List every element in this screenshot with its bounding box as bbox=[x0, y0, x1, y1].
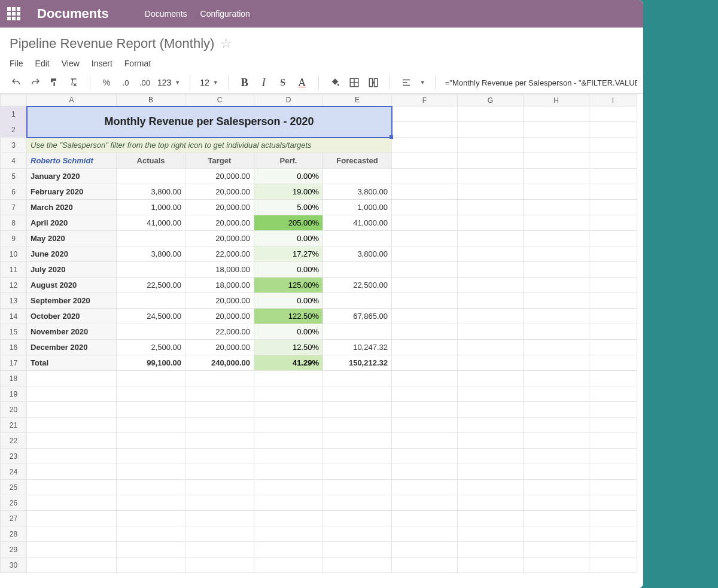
cell[interactable] bbox=[392, 231, 458, 246]
actuals-cell[interactable]: 3,800.00 bbox=[117, 246, 185, 262]
cell[interactable] bbox=[117, 418, 185, 433]
cell[interactable] bbox=[458, 480, 524, 495]
cell[interactable] bbox=[458, 106, 524, 122]
forecast-cell[interactable] bbox=[323, 293, 392, 309]
forecast-cell[interactable]: 3,800.00 bbox=[323, 246, 392, 262]
cell[interactable] bbox=[524, 464, 589, 480]
cell[interactable] bbox=[323, 449, 392, 464]
cell[interactable] bbox=[117, 557, 185, 573]
cell[interactable] bbox=[392, 153, 458, 169]
cell[interactable] bbox=[524, 526, 589, 542]
row-header-12[interactable]: 12 bbox=[1, 278, 27, 293]
cell[interactable] bbox=[185, 449, 254, 464]
salesperson-cell[interactable]: Roberto Schmidt bbox=[27, 153, 117, 169]
cell[interactable] bbox=[254, 480, 323, 495]
cell[interactable] bbox=[589, 293, 637, 309]
cell[interactable] bbox=[117, 511, 185, 526]
cell[interactable] bbox=[589, 215, 637, 231]
menu-view[interactable]: View bbox=[62, 59, 80, 68]
target-cell[interactable]: 20,000.00 bbox=[185, 169, 254, 184]
cell[interactable] bbox=[589, 169, 637, 184]
cell[interactable] bbox=[27, 557, 117, 573]
total-target-cell[interactable]: 240,000.00 bbox=[185, 355, 254, 371]
actuals-cell[interactable]: 2,500.00 bbox=[117, 340, 185, 355]
actuals-cell[interactable]: 41,000.00 bbox=[117, 215, 185, 231]
cell[interactable] bbox=[589, 542, 637, 557]
undo-icon[interactable] bbox=[10, 76, 23, 89]
cell[interactable] bbox=[589, 262, 637, 278]
target-cell[interactable]: 22,000.00 bbox=[185, 324, 254, 340]
target-cell[interactable]: 18,000.00 bbox=[185, 262, 254, 278]
row-header-2[interactable]: 2 bbox=[1, 122, 27, 138]
cell[interactable] bbox=[27, 371, 117, 386]
cell[interactable] bbox=[589, 495, 637, 511]
number-format-dropdown[interactable]: 123▼ bbox=[157, 78, 180, 87]
cell[interactable] bbox=[185, 433, 254, 449]
cell[interactable] bbox=[323, 464, 392, 480]
row-header-27[interactable]: 27 bbox=[1, 511, 27, 526]
cell[interactable] bbox=[27, 511, 117, 526]
target-cell[interactable]: 20,000.00 bbox=[185, 231, 254, 246]
col-header-G[interactable]: G bbox=[458, 95, 524, 106]
cell[interactable] bbox=[323, 371, 392, 386]
perf-cell[interactable]: 12.50% bbox=[254, 340, 323, 355]
cell[interactable] bbox=[185, 418, 254, 433]
cell[interactable] bbox=[254, 371, 323, 386]
cell[interactable] bbox=[185, 371, 254, 386]
cell[interactable] bbox=[392, 511, 458, 526]
month-cell[interactable]: September 2020 bbox=[27, 293, 117, 309]
cell[interactable] bbox=[27, 526, 117, 542]
cell[interactable] bbox=[524, 386, 589, 402]
forecast-cell[interactable]: 10,247.32 bbox=[323, 340, 392, 355]
col-header-H[interactable]: H bbox=[524, 95, 589, 106]
perf-cell[interactable]: 205.00% bbox=[254, 215, 323, 231]
cell[interactable] bbox=[524, 340, 589, 355]
cell[interactable] bbox=[589, 106, 637, 122]
target-cell[interactable]: 20,000.00 bbox=[185, 309, 254, 324]
cell[interactable] bbox=[392, 184, 458, 200]
row-header-7[interactable]: 7 bbox=[1, 200, 27, 215]
row-header-15[interactable]: 15 bbox=[1, 324, 27, 340]
cell[interactable] bbox=[117, 464, 185, 480]
cell[interactable] bbox=[589, 153, 637, 169]
cell[interactable] bbox=[524, 153, 589, 169]
month-cell[interactable]: November 2020 bbox=[27, 324, 117, 340]
target-cell[interactable]: 20,000.00 bbox=[185, 293, 254, 309]
cell[interactable] bbox=[524, 495, 589, 511]
month-cell[interactable]: July 2020 bbox=[27, 262, 117, 278]
select-all-corner[interactable] bbox=[1, 95, 27, 106]
row-header-3[interactable]: 3 bbox=[1, 138, 27, 153]
row-header-16[interactable]: 16 bbox=[1, 340, 27, 355]
forecast-cell[interactable]: 1,000.00 bbox=[323, 200, 392, 215]
cell[interactable] bbox=[589, 122, 637, 138]
paint-format-icon[interactable] bbox=[48, 76, 61, 89]
cell[interactable] bbox=[458, 184, 524, 200]
cell[interactable] bbox=[458, 449, 524, 464]
cell[interactable] bbox=[27, 433, 117, 449]
cell[interactable] bbox=[27, 464, 117, 480]
cell[interactable] bbox=[27, 418, 117, 433]
cell[interactable] bbox=[458, 418, 524, 433]
cell[interactable] bbox=[589, 138, 637, 153]
cell[interactable] bbox=[254, 511, 323, 526]
forecast-cell[interactable] bbox=[323, 262, 392, 278]
cell[interactable] bbox=[524, 511, 589, 526]
row-header-8[interactable]: 8 bbox=[1, 215, 27, 231]
apps-grid-icon[interactable] bbox=[7, 7, 20, 20]
row-header-24[interactable]: 24 bbox=[1, 464, 27, 480]
cell[interactable] bbox=[392, 386, 458, 402]
report-title-cell[interactable]: Monthly Revenue per Salesperson - 2020 bbox=[27, 106, 392, 138]
perf-cell[interactable]: 0.00% bbox=[254, 293, 323, 309]
cell[interactable] bbox=[524, 262, 589, 278]
menu-insert[interactable]: Insert bbox=[92, 59, 112, 68]
cell[interactable] bbox=[458, 340, 524, 355]
forecast-cell[interactable] bbox=[323, 231, 392, 246]
cell[interactable] bbox=[323, 495, 392, 511]
month-cell[interactable]: April 2020 bbox=[27, 215, 117, 231]
merge-cells-icon[interactable] bbox=[367, 76, 380, 89]
row-header-17[interactable]: 17 bbox=[1, 355, 27, 371]
cell[interactable] bbox=[589, 433, 637, 449]
cell[interactable] bbox=[589, 278, 637, 293]
cell[interactable] bbox=[185, 495, 254, 511]
cell[interactable] bbox=[589, 511, 637, 526]
